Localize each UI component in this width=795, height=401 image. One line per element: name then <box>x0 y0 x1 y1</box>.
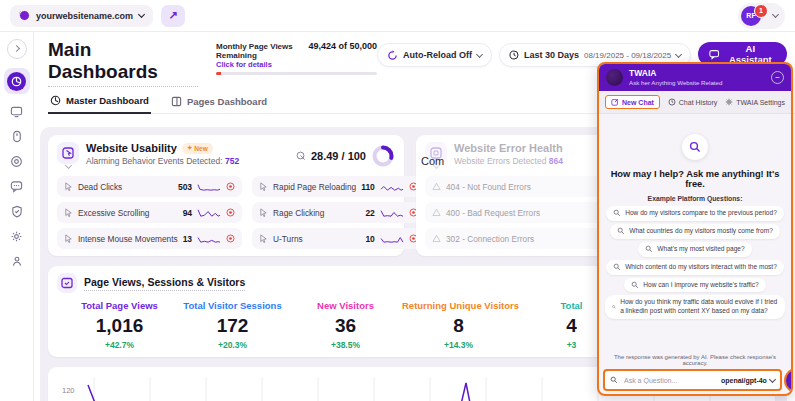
metric-row[interactable]: Excessive Scrolling 94 <box>57 202 242 223</box>
question-chip[interactable]: What's my most visited page? <box>638 242 751 257</box>
usability-metrics: Dead Clicks 503 Rapid Page Reloading 110 <box>57 176 395 249</box>
cursor-icon <box>64 234 73 243</box>
stat-change: +14.3% <box>402 340 515 350</box>
sparkline <box>197 207 221 218</box>
metric-label: Intense Mouse Movements <box>78 234 178 244</box>
sidebar-item-privacy[interactable] <box>9 203 25 219</box>
auto-reload-select[interactable]: Auto-Reload Off <box>377 43 492 67</box>
metric-row[interactable]: Rage Clicking 22 <box>252 202 425 223</box>
card-title: Website Error Health <box>454 142 563 154</box>
tab-pages-dashboard[interactable]: Pages Dashboard <box>169 90 269 113</box>
history-icon <box>668 98 676 106</box>
question-text: How can I improve my website's traffic? <box>643 281 758 290</box>
model-select[interactable]: openai/gpt-4o <box>721 377 775 384</box>
sidebar-item-feedback[interactable] <box>9 178 25 194</box>
stat-label: Returning Unique Visitors <box>402 300 515 311</box>
metric-label: Dead Clicks <box>78 182 173 192</box>
cursor-icon <box>64 208 73 217</box>
question-text: How do my visitors compare to the previo… <box>625 209 777 218</box>
record-icon[interactable] <box>226 234 235 243</box>
search-icon <box>617 227 625 235</box>
ai-disclaimer: The response was generated by AI. Please… <box>603 354 787 366</box>
sparkline <box>197 233 221 244</box>
warning-triangle-icon <box>432 234 441 243</box>
new-badge: ✦New <box>182 143 213 154</box>
tab-master-dashboard[interactable]: Master Dashboard <box>48 90 151 114</box>
chat-header: TWAIA Ask her Anything Website Related − <box>599 64 791 91</box>
question-chip[interactable]: How do you think my traffic data would e… <box>605 295 785 319</box>
chevron-down-icon <box>476 50 483 57</box>
minimize-button[interactable]: − <box>771 71 784 84</box>
stat-value: 8 <box>402 315 515 337</box>
tab-twaia-settings[interactable]: TWAIA Settings <box>725 98 785 106</box>
search-icon <box>613 263 621 271</box>
example-questions: How do my visitors compare to the previo… <box>605 206 785 319</box>
website-usability-card: Website Usability ✦New Alarming Behavior… <box>48 135 404 256</box>
stat-new-visitors: New Visitors 36 +38.5% <box>289 300 402 350</box>
sidebar-item-dashboards[interactable] <box>4 68 30 94</box>
person-pin-icon <box>11 255 23 268</box>
question-text: Which content do my visitors interact wi… <box>625 263 777 272</box>
metric-row[interactable]: Intense Mouse Movements 13 <box>57 228 242 249</box>
question-input[interactable] <box>622 376 717 385</box>
page-title: Main Dashboards <box>48 39 198 87</box>
usability-score: 28.49 / 100 <box>296 144 395 168</box>
question-chip[interactable]: What countries do my visitors mostly com… <box>610 224 780 239</box>
pageviews-card-icon[interactable] <box>57 273 77 293</box>
sidebar-item-recordings[interactable] <box>9 103 25 119</box>
chevron-right-icon <box>13 44 20 51</box>
search-icon <box>612 303 616 311</box>
chat-tab-label: Chat History <box>679 99 718 106</box>
cursor-icon <box>64 182 73 191</box>
score-value: 28.49 / 100 <box>311 150 366 162</box>
record-icon[interactable] <box>226 182 235 191</box>
search-icon <box>613 209 621 217</box>
stat-total-visitor-sessions: Total Visitor Sessions 172 +20.3% <box>176 300 289 350</box>
metric-row[interactable]: U-Turns 10 <box>252 228 425 249</box>
gear-icon <box>10 230 23 243</box>
section-title: Page Views, Sessions & Visitors <box>84 276 245 291</box>
sidebar-item-profile[interactable] <box>9 253 25 269</box>
chevron-down-icon <box>769 375 776 382</box>
stat-returning-unique-visitors: Returning Unique Visitors 8 +14.3% <box>402 300 515 350</box>
y-tick: 120 <box>62 386 75 395</box>
cursor-icon <box>259 208 268 217</box>
tab-new-chat[interactable]: New Chat <box>605 95 660 109</box>
chat-icon <box>709 49 719 60</box>
record-icon[interactable] <box>226 208 235 217</box>
sidebar-item-heatmaps[interactable] <box>9 128 25 144</box>
clock-icon <box>509 50 519 60</box>
search-icon <box>631 281 639 289</box>
stat-label: New Visitors <box>289 300 402 311</box>
chat-examples-label: Example Platform Questions: <box>605 195 785 202</box>
question-chip[interactable]: Which content do my visitors interact wi… <box>606 260 784 275</box>
user-menu[interactable]: RF 1 <box>738 3 785 29</box>
refresh-icon <box>387 50 398 61</box>
metric-label: Rage Clicking <box>273 208 360 218</box>
sidebar-item-settings[interactable] <box>9 228 25 244</box>
question-chip[interactable]: How can I improve my website's traffic? <box>624 278 765 293</box>
target-icon <box>10 155 23 168</box>
range-dates: 08/19/2025 - 09/18/2025 <box>584 51 671 60</box>
website-selector[interactable]: yourwebsitename.com <box>10 5 153 27</box>
compass-icon <box>50 95 61 106</box>
open-website-button[interactable]: ↗ <box>161 5 185 27</box>
sparkle-icon: ✦ <box>187 144 192 152</box>
card-subtitle: Alarming Behavior Events Detected: 752 <box>86 156 289 166</box>
pages-icon <box>171 96 182 107</box>
question-chip[interactable]: How do my visitors compare to the previo… <box>606 206 784 221</box>
metric-row[interactable]: Rapid Page Reloading 110 <box>252 176 425 197</box>
question-text: What's my most visited page? <box>657 245 744 254</box>
question-text: What countries do my visitors mostly com… <box>629 227 773 236</box>
twaia-avatar <box>606 69 623 86</box>
stat-value: 172 <box>176 315 289 337</box>
sidebar-collapse-button[interactable] <box>7 39 27 59</box>
send-button[interactable]: ↑ <box>786 370 793 391</box>
sidebar-item-goals[interactable] <box>9 153 25 169</box>
metric-row[interactable]: Dead Clicks 503 <box>57 176 242 197</box>
quota-details-link[interactable]: Click for details <box>216 60 377 69</box>
tab-chat-history[interactable]: Chat History <box>668 98 718 106</box>
chevron-down-icon <box>138 11 145 18</box>
chat-body: How may I help? Ask me anything! It's fr… <box>599 114 791 319</box>
monitor-icon <box>10 105 23 118</box>
